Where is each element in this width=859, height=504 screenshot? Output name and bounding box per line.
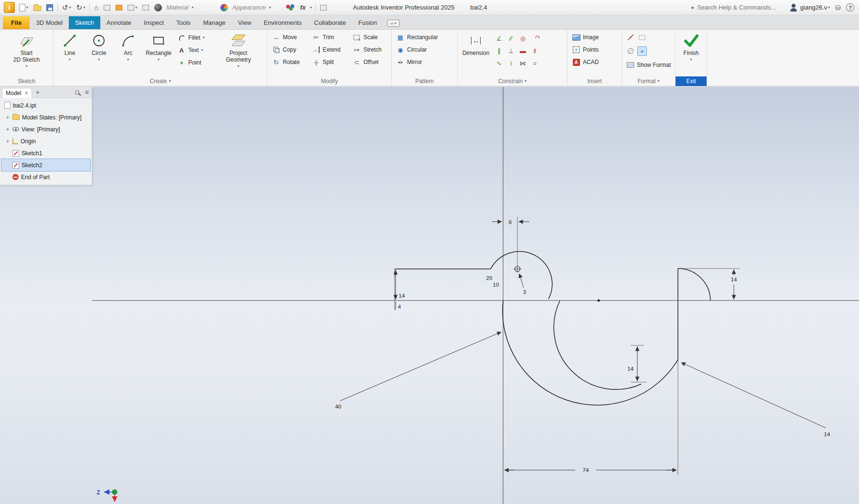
arc-center-point[interactable] [514,265,521,273]
move-button[interactable]: ↔Move [270,31,308,43]
text-button[interactable]: A Text ▾ [175,44,221,56]
driven-dimension-icon[interactable] [626,46,635,56]
show-format-button[interactable]: Show Format [626,59,673,71]
dim-4[interactable]: 4 [398,304,401,310]
offset-button[interactable]: ⊂Offset [351,56,389,68]
top-bump-arc[interactable] [491,251,552,299]
dim-3[interactable]: 3 [523,289,526,295]
tab-sketch[interactable]: Sketch [69,16,100,29]
user-account-button[interactable]: giang26.v ▾ [789,2,831,13]
tab-environments[interactable]: Environments [258,16,308,29]
expand-icon[interactable]: + [5,114,10,121]
arc-tool-button[interactable]: Arc ▾ [114,31,142,76]
inventor-logo[interactable]: I [4,2,15,13]
trim-button[interactable]: ✂Trim [310,31,349,43]
image-button[interactable]: Image [570,31,618,43]
finish-caret-icon[interactable]: ▾ [690,58,692,62]
stretch-button[interactable]: ↦Stretch [351,43,389,56]
origin-axes[interactable] [92,87,859,504]
circle-caret-icon[interactable]: ▾ [98,58,100,62]
dim-40[interactable]: 40 [335,404,342,409]
line-caret-icon[interactable]: ▾ [69,58,71,62]
symmetric-constraint-icon[interactable]: ⋈ [520,60,526,66]
dim-14-right[interactable]: 14 [731,277,737,282]
tab-collaborate[interactable]: Collaborate [308,16,353,29]
smooth-constraint-icon[interactable]: ≀ [510,60,512,66]
dim-14-leader[interactable]: 14 [824,431,830,437]
concentric-constraint-icon[interactable]: ◎ [520,35,526,42]
link-button[interactable] [141,2,150,13]
expand-icon[interactable]: + [5,138,10,145]
equal-constraint-icon[interactable]: = [533,60,537,66]
point-button[interactable]: + Point [175,56,221,69]
collinear-constraint-icon[interactable]: ∕∕ [510,35,512,42]
inner-bowl-arc[interactable] [554,300,641,389]
arc-caret-icon[interactable]: ▾ [127,58,129,62]
adjust-colors-button[interactable] [285,2,296,13]
ilogic-button[interactable] [115,2,123,13]
app-store-button[interactable]: ⛁ [834,2,842,13]
rotate-button[interactable]: ↻Rotate [270,56,308,68]
perpendicular-constraint-icon[interactable]: ⊥ [508,48,514,54]
capture-button[interactable] [319,2,328,13]
tree-item-end-of-part[interactable]: End of Part [1,171,90,183]
horizontal-constraint-icon[interactable]: ▬ [520,48,526,54]
dimension-lines[interactable] [340,222,826,470]
start-caret-icon[interactable]: ▾ [25,64,27,68]
points-button[interactable]: +Points [570,43,618,56]
tree-item-origin[interactable]: + Origin [1,135,90,147]
tree-item-part[interactable]: bai2.4.ipt [1,99,90,111]
undo-caret-icon[interactable]: ▾ [69,6,71,10]
rectangle-caret-icon[interactable]: ▾ [158,58,160,62]
home-button[interactable]: ⌂ [93,2,99,13]
tree-item-view[interactable]: + View: [Primary] [1,123,90,135]
select-priority-dropdown[interactable]: ▾ [127,2,138,13]
tree-item-model-states[interactable]: + Model States: [Primary] [1,111,90,123]
acad-button[interactable]: AACAD [570,56,618,68]
add-browser-tab-button[interactable]: + [34,88,42,96]
qat-overflow-caret-icon[interactable]: ▾ [310,6,312,10]
start-2d-sketch-button[interactable]: Start 2D Sketch ▾ [10,31,44,76]
select-caret-icon[interactable]: ▾ [135,6,137,10]
exit-panel-label[interactable]: Exit [676,76,707,86]
appearance-button[interactable] [219,2,229,13]
finish-sketch-button[interactable]: Finish ▾ [678,31,704,76]
sketch-profile[interactable] [395,251,710,405]
redo-button[interactable]: ↻▾ [75,2,86,13]
format-panel-label[interactable]: Format▾ [622,76,675,86]
dim-6[interactable]: 6 [509,219,512,225]
outer-bowl-arc[interactable] [503,300,678,405]
mirror-button[interactable]: ◂¦▸Mirror [394,56,451,68]
ribbon-display-toggle[interactable]: ▭▾ [387,20,399,27]
tab-3d-model[interactable]: 3D Model [30,16,69,29]
save-button[interactable] [45,2,54,13]
dimension-button[interactable]: ↔ Dimension [460,31,492,76]
scale-button[interactable]: Scale [351,31,389,43]
sketch-canvas[interactable]: 6 20 10 3 14 4 40 74 14 14 14 Z [0,87,859,504]
browser-tab-model[interactable]: Model × [2,88,32,98]
construction-icon[interactable] [637,32,647,42]
appearance-caret-icon[interactable]: ▾ [268,6,270,10]
dim-20[interactable]: 20 [486,275,493,281]
material-dropdown[interactable]: Material▾ [166,4,216,11]
line-tool-button[interactable]: Line ▾ [56,31,84,76]
tab-tools[interactable]: Tools [170,16,197,29]
centerline-icon[interactable] [626,32,635,42]
redo-caret-icon[interactable]: ▾ [83,6,85,10]
split-button[interactable]: -|-Split [310,56,349,68]
dimension-labels[interactable]: 6 20 10 3 14 4 40 74 14 14 14 [335,219,830,473]
dim-74[interactable]: 74 [583,467,589,473]
extend-button[interactable]: →Extend [310,43,349,56]
fillet-caret-icon[interactable]: ▾ [203,36,204,40]
tab-view[interactable]: View [232,16,258,29]
parameters-button[interactable]: fx [299,2,307,13]
tab-annotate[interactable]: Annotate [100,16,138,29]
sketch-geometry-svg[interactable]: 6 20 10 3 14 4 40 74 14 14 14 Z [0,87,859,504]
material-caret-icon[interactable]: ▾ [192,6,193,10]
tab-manage[interactable]: Manage [197,16,232,29]
dim-10[interactable]: 10 [493,282,499,288]
project-caret-icon[interactable]: ▾ [237,64,239,68]
text-caret-icon[interactable]: ▾ [201,48,203,52]
tab-fusion[interactable]: Fusion [352,16,383,29]
copy-screen-button[interactable] [103,2,111,13]
